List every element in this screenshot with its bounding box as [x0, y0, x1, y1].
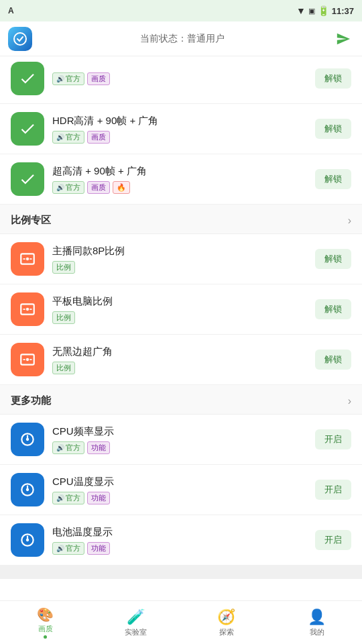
- signal-icon: ▣: [308, 7, 315, 15]
- send-button[interactable]: [333, 28, 354, 50]
- more-chevron-icon: ›: [348, 395, 351, 407]
- profile-icon: 👤: [308, 608, 326, 626]
- svg-point-6: [26, 308, 29, 311]
- tag-quality-hdr: 画质: [87, 131, 110, 144]
- item-title-battery-temp: 电池温度显示: [52, 526, 307, 539]
- bottom-navigation: 🎨 画质 🧪 实验室 🧭 探索 👤 我的: [0, 600, 362, 644]
- list-item: 平板电脑比例 比例 解锁: [0, 284, 362, 335]
- svg-point-2: [26, 258, 29, 260]
- open-button-battery-temp[interactable]: 开启: [315, 530, 351, 550]
- partial-item-row: 🔊 官方 画质 解锁: [0, 56, 362, 104]
- wifi-icon: ▼: [296, 5, 306, 16]
- item-info-ratio3: 无黑边超广角 比例: [52, 345, 307, 374]
- svg-point-0: [14, 33, 26, 45]
- svg-point-16: [26, 488, 29, 491]
- item-tags-ratio2: 比例: [52, 311, 307, 324]
- item-tags-ratio1: 比例: [52, 261, 307, 274]
- item-title-cpu-freq: CPU频率显示: [52, 425, 307, 438]
- list-item: 无黑边超广角 比例 解锁: [0, 335, 362, 385]
- item-info-hdr: HDR高清 + 90帧 + 广角 🔊 官方 画质: [52, 115, 307, 144]
- item-title-ratio3: 无黑边超广角: [52, 345, 307, 358]
- unlock-button-ratio2[interactable]: 解锁: [315, 299, 351, 319]
- item-info-battery-temp: 电池温度显示 🔊 官方 功能: [52, 526, 307, 555]
- unlock-button-hdr[interactable]: 解锁: [315, 119, 351, 139]
- open-button-cpu-temp[interactable]: 开启: [315, 480, 351, 500]
- item-icon-cpu-freq: [11, 423, 44, 456]
- nav-item-quality[interactable]: 🎨 画质: [0, 606, 90, 639]
- nav-item-lab[interactable]: 🧪 实验室: [90, 608, 181, 637]
- status-left-icons: A: [8, 6, 14, 15]
- list-item: CPU温度显示 🔊 官方 功能 开启: [0, 465, 362, 515]
- tag-quality-uhd: 画质: [87, 181, 110, 194]
- list-item: 主播同款8P比例 比例 解锁: [0, 234, 362, 284]
- tag-ratio2: 比例: [52, 311, 75, 324]
- ratio-chevron-icon: ›: [348, 215, 351, 227]
- tag-official-hdr: 🔊 官方: [52, 131, 84, 144]
- unlock-button-ratio3[interactable]: 解锁: [315, 350, 351, 370]
- tag-official-cpu-freq: 🔊 官方: [52, 441, 84, 454]
- status-bar: A ▼ ▣ 🔋 11:37: [0, 0, 362, 21]
- tag-official: 🔊 官方: [52, 72, 84, 85]
- lab-icon: 🧪: [127, 608, 145, 626]
- tag-official-uhd: 🔊 官方: [52, 181, 84, 194]
- nav-label-explore: 探索: [219, 627, 234, 637]
- item-icon-ratio3: [11, 343, 44, 376]
- item-icon-battery-temp: [11, 523, 44, 557]
- more-section-header[interactable]: 更多功能 ›: [0, 385, 362, 415]
- tag-func-cpu-temp: 功能: [87, 492, 110, 504]
- svg-point-18: [26, 539, 29, 541]
- item-tags-ratio3: 比例: [52, 362, 307, 374]
- icon-a: A: [8, 6, 14, 15]
- nav-label-quality: 画质: [38, 624, 53, 634]
- list-item: 电池温度显示 🔊 官方 功能 开启: [0, 515, 362, 566]
- nav-item-explore[interactable]: 🧭 探索: [181, 608, 272, 637]
- unlock-button-ratio1[interactable]: 解锁: [315, 249, 351, 269]
- item-tags-cpu-temp: 🔊 官方 功能: [52, 492, 307, 504]
- partial-item-icon: [11, 62, 44, 95]
- list-item: HDR高清 + 90帧 + 广角 🔊 官方 画质 解锁: [0, 104, 362, 154]
- list-item: 超高清 + 90帧 + 广角 🔊 官方 画质 🔥 解锁: [0, 154, 362, 205]
- nav-label-lab: 实验室: [125, 627, 147, 637]
- item-title-ratio2: 平板电脑比例: [52, 295, 307, 308]
- item-icon-ratio1: [11, 242, 44, 276]
- item-info-ratio2: 平板电脑比例 比例: [52, 295, 307, 324]
- ratio-section-header[interactable]: 比例专区 ›: [0, 205, 362, 234]
- item-tags-uhd: 🔊 官方 画质 🔥: [52, 181, 307, 194]
- item-icon-cpu-temp: [11, 473, 44, 506]
- partial-unlock-button[interactable]: 解锁: [315, 68, 351, 89]
- tag-official-cpu-temp: 🔊 官方: [52, 492, 84, 504]
- battery-icon: 🔋: [318, 5, 329, 16]
- list-item: CPU频率显示 🔊 官方 功能 开启: [0, 415, 362, 465]
- nav-active-dot: [44, 635, 47, 639]
- partial-item-tags: 🔊 官方 画质: [52, 72, 307, 85]
- section-spacer: [0, 566, 362, 579]
- user-status-text: 当前状态：普通用户: [39, 33, 326, 45]
- nav-label-profile: 我的: [310, 627, 324, 637]
- item-title-hdr: HDR高清 + 90帧 + 广角: [52, 115, 307, 127]
- tag-func-battery-temp: 功能: [87, 542, 110, 555]
- more-section-title: 更多功能: [11, 394, 51, 407]
- item-info-cpu-temp: CPU温度显示 🔊 官方 功能: [52, 476, 307, 504]
- nav-item-profile[interactable]: 👤 我的: [272, 608, 362, 637]
- unlock-button-uhd[interactable]: 解锁: [315, 169, 351, 189]
- item-icon-ratio2: [11, 292, 44, 326]
- item-tags-cpu-freq: 🔊 官方 功能: [52, 441, 307, 454]
- open-button-cpu-freq[interactable]: 开启: [315, 429, 351, 449]
- svg-point-10: [26, 358, 29, 361]
- tag-quality: 画质: [87, 72, 110, 85]
- quality-icon: 🎨: [37, 606, 54, 623]
- item-icon-uhd: [11, 162, 44, 196]
- item-title-uhd: 超高清 + 90帧 + 广角: [52, 165, 307, 178]
- ratio-section-title: 比例专区: [11, 214, 51, 227]
- partial-item-info: 🔊 官方 画质: [52, 72, 307, 85]
- item-tags-hdr: 🔊 官方 画质: [52, 131, 307, 144]
- tag-ratio3: 比例: [52, 362, 75, 374]
- explore-icon: 🧭: [217, 608, 235, 626]
- item-info-cpu-freq: CPU频率显示 🔊 官方 功能: [52, 425, 307, 454]
- status-time: 11:37: [332, 6, 354, 16]
- item-icon-hdr: [11, 112, 44, 146]
- item-title-ratio1: 主播同款8P比例: [52, 245, 307, 258]
- tag-func-cpu-freq: 功能: [87, 441, 110, 454]
- tag-official-battery-temp: 🔊 官方: [52, 542, 84, 555]
- app-logo: [8, 27, 32, 51]
